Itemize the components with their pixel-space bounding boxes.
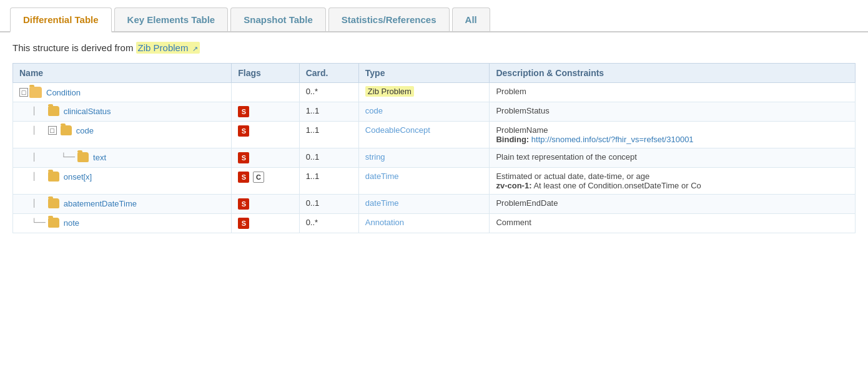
desc-cell-condition: Problem — [490, 83, 856, 102]
table-row: │ └── text S 0..1 string Plain text repr… — [13, 148, 856, 168]
desc-cell-text: Plain text representation of the concept — [490, 148, 856, 168]
folder-icon-text — [77, 152, 89, 162]
abatement-link[interactable]: abatementDateTime — [64, 199, 137, 208]
tab-key-elements[interactable]: Key Elements Table — [114, 7, 229, 31]
tabs-container: Differential Table Key Elements Table Sn… — [0, 0, 868, 32]
flags-cell-clinical-status: S — [232, 102, 299, 122]
desc-cell-abatement: ProblemEndDate — [490, 195, 856, 214]
folder-icon-clinical-status — [48, 106, 59, 116]
table-row: │ onset[x] S C 1..1 dateTime Estimated o… — [13, 168, 856, 195]
clinical-status-link[interactable]: clinicalStatus — [64, 107, 111, 116]
table-row: │ □ code S 1..1 CodeableConcept ProblemN… — [13, 122, 856, 148]
flags-cell-text: S — [232, 148, 299, 168]
flags-cell-condition — [232, 83, 299, 102]
card-cell-clinical-status: 1..1 — [299, 102, 358, 122]
note-link[interactable]: note — [64, 218, 79, 228]
type-cell-abatement: dateTime — [358, 195, 490, 214]
name-cell-onset: │ onset[x] — [13, 168, 232, 195]
tab-all[interactable]: All — [452, 7, 490, 31]
type-cell-code: CodeableConcept — [358, 122, 490, 148]
expand-box-code[interactable]: □ — [48, 126, 57, 135]
external-link-icon: ↗ — [192, 45, 198, 52]
card-cell-abatement: 0..1 — [299, 195, 358, 214]
folder-icon-condition — [29, 87, 42, 98]
card-cell-onset: 1..1 — [299, 168, 358, 195]
folder-icon-abatement — [48, 198, 59, 208]
type-cell-text: string — [358, 148, 490, 168]
zib-problem-link[interactable]: Zib Problem ↗ — [136, 42, 200, 54]
desc-cell-onset: Estimated or actual date, date-time, or … — [490, 168, 856, 195]
card-cell-note: 0..* — [299, 214, 358, 233]
card-cell-text: 0..1 — [299, 148, 358, 168]
type-cell-note: Annotation — [358, 214, 490, 233]
derived-from-text: This structure is derived from Zib Probl… — [12, 42, 856, 53]
folder-icon-note — [48, 218, 59, 228]
type-cell-condition: Zib Problem — [358, 83, 490, 102]
name-cell-code: │ □ code — [13, 122, 232, 148]
type-cell-onset: dateTime — [358, 168, 490, 195]
flags-cell-code: S — [232, 122, 299, 148]
expand-box-condition[interactable]: □ — [19, 88, 28, 97]
card-cell-code: 1..1 — [299, 122, 358, 148]
folder-icon-code — [61, 125, 72, 135]
desc-cell-code: ProblemName Binding: http://snomed.info/… — [490, 122, 856, 148]
name-cell-text: │ └── text — [13, 148, 232, 168]
col-header-name: Name — [13, 64, 232, 83]
tab-stats-refs[interactable]: Statistics/References — [328, 7, 450, 31]
tab-snapshot[interactable]: Snapshot Table — [230, 7, 326, 31]
tab-differential[interactable]: Differential Table — [10, 7, 112, 32]
col-header-type: Type — [358, 64, 490, 83]
onset-link[interactable]: onset[x] — [64, 172, 92, 182]
type-cell-clinical-status: code — [358, 102, 490, 122]
desc-cell-clinical-status: ProblemStatus — [490, 102, 856, 122]
differential-table: Name Flags Card. Type Description & Cons… — [12, 63, 856, 233]
card-cell-condition: 0..* — [299, 83, 358, 102]
content-area: This structure is derived from Zib Probl… — [0, 32, 868, 243]
desc-cell-note: Comment — [490, 214, 856, 233]
name-cell-condition: □ Condition — [13, 83, 232, 102]
name-cell-note: └── note — [13, 214, 232, 233]
flags-cell-abatement: S — [232, 195, 299, 214]
col-header-flags: Flags — [232, 64, 299, 83]
folder-icon-onset — [48, 172, 59, 182]
table-row: │ clinicalStatus S 1..1 code ProblemStat… — [13, 102, 856, 122]
col-header-description: Description & Constraints — [490, 64, 856, 83]
flags-cell-note: S — [232, 214, 299, 233]
code-link[interactable]: code — [76, 126, 94, 135]
name-cell-clinical-status: │ clinicalStatus — [13, 102, 232, 122]
table-row: □ Condition 0..* Zib Problem Problem — [13, 83, 856, 102]
text-link[interactable]: text — [93, 153, 106, 162]
table-row: │ abatementDateTime S 0..1 dateTime Prob… — [13, 195, 856, 214]
table-row: └── note S 0..* Annotation Comment — [13, 214, 856, 233]
col-header-card: Card. — [299, 64, 358, 83]
flags-cell-onset: S C — [232, 168, 299, 195]
condition-link[interactable]: Condition — [46, 88, 81, 97]
name-cell-abatement: │ abatementDateTime — [13, 195, 232, 214]
